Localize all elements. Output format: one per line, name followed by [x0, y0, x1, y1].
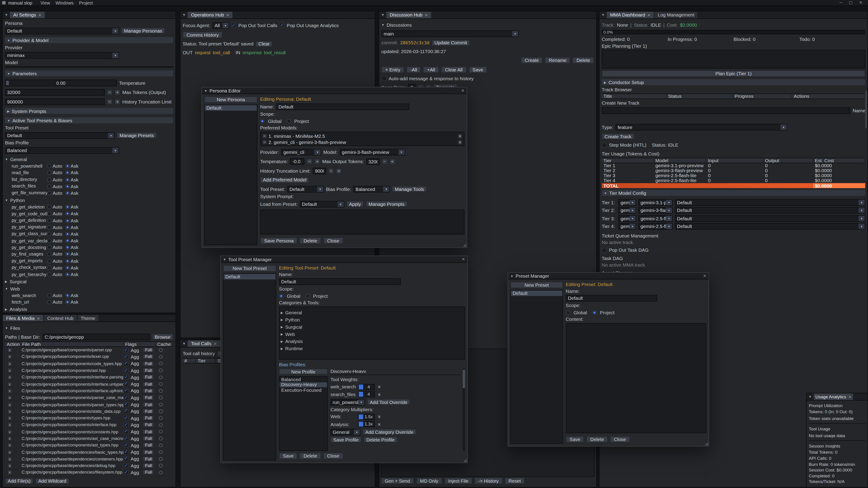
close-persona-button[interactable]: Close: [323, 237, 343, 243]
agg-checkbox[interactable]: ✓: [123, 450, 128, 455]
decrement-button[interactable]: −: [307, 159, 312, 164]
remove-file-button[interactable]: x: [7, 470, 12, 475]
persona-select[interactable]: Default▼: [5, 27, 119, 34]
save-tool-preset-button[interactable]: Save: [279, 452, 298, 459]
remove-file-button[interactable]: x: [7, 450, 12, 455]
close-tab-icon[interactable]: ✕: [37, 316, 40, 320]
ask-radio[interactable]: [65, 265, 70, 270]
tool-group-surgical[interactable]: ▶Surgical: [5, 279, 173, 284]
bias-profile-item[interactable]: Balanced: [280, 377, 327, 382]
close-tab-icon[interactable]: ✕: [425, 13, 428, 17]
menu-windows[interactable]: Windows: [53, 0, 76, 5]
add-wildcard-button[interactable]: Add Wildcard: [35, 478, 69, 484]
ask-radio[interactable]: [65, 205, 70, 209]
composer-button[interactable]: Gen + Send: [381, 477, 414, 484]
epic-planning-textarea[interactable]: [602, 50, 865, 68]
agg-checkbox[interactable]: ✓: [123, 375, 128, 380]
pe-bias-profile-select[interactable]: Balanced▼: [353, 186, 390, 192]
close-preset-button[interactable]: Close: [610, 436, 630, 442]
close-tab-icon[interactable]: ✕: [226, 13, 229, 17]
category-runtime[interactable]: ▶Runtime: [281, 346, 463, 351]
agg-checkbox[interactable]: ✓: [123, 463, 128, 468]
composer-button[interactable]: MD Only: [416, 477, 442, 484]
auto-radio[interactable]: [47, 184, 52, 189]
decrement-button[interactable]: −: [107, 99, 112, 104]
model-option[interactable]: MiniMax-M2.5: [5, 67, 173, 67]
scope-project-radio[interactable]: [287, 119, 291, 123]
full-button[interactable]: Full: [143, 395, 154, 400]
resize-grip[interactable]: [463, 459, 467, 462]
full-button[interactable]: Full: [143, 456, 154, 461]
tier-prompt-select[interactable]: Default▼: [675, 199, 865, 205]
ask-radio[interactable]: [65, 191, 70, 195]
manage-tools-button[interactable]: Manage Tools: [392, 186, 427, 192]
tool-group-web[interactable]: ▼Web: [5, 286, 173, 291]
minimize-icon[interactable]: ─: [839, 0, 842, 5]
pop-out-dag-checkbox[interactable]: [602, 248, 607, 253]
track-name-input[interactable]: [602, 107, 850, 113]
auto-radio[interactable]: [47, 272, 52, 277]
reorder-button[interactable]: −: [262, 140, 267, 144]
full-button[interactable]: Full: [143, 361, 154, 366]
new-profile-button[interactable]: New Profile: [279, 368, 328, 375]
category-multiplier-value[interactable]: 1.3x: [358, 421, 375, 427]
base-dir-input[interactable]: [42, 333, 150, 340]
full-button[interactable]: Full: [143, 416, 154, 420]
pop-out-tool-calls-checkbox[interactable]: ✓: [231, 23, 236, 28]
menu-view[interactable]: View: [38, 0, 53, 5]
tool-group-python[interactable]: ▼Python: [5, 197, 173, 203]
category-analysis[interactable]: ▶Analysis: [281, 339, 463, 344]
agg-checkbox[interactable]: ✓: [123, 443, 128, 448]
delete-profile-button[interactable]: Delete Profile: [364, 436, 397, 443]
ask-radio[interactable]: [65, 238, 70, 243]
auto-radio[interactable]: [47, 177, 52, 182]
full-button[interactable]: Full: [143, 375, 154, 380]
ask-radio[interactable]: [65, 246, 70, 250]
conductor-setup-header[interactable]: ▶Conductor Setup: [602, 79, 865, 85]
chevron-down-icon[interactable]: ▼: [223, 258, 226, 261]
pe-max-tokens-input[interactable]: [366, 158, 379, 164]
increment-button[interactable]: +: [115, 99, 120, 104]
tier-prompt-select[interactable]: Default▼: [675, 223, 865, 230]
full-button[interactable]: Full: [143, 348, 154, 352]
tab-context-hub[interactable]: Context Hub: [44, 315, 77, 321]
pe-temperature-input[interactable]: [290, 158, 305, 164]
ask-radio[interactable]: [65, 232, 70, 236]
remove-override-button[interactable]: x: [377, 422, 381, 426]
manage-prompts-button[interactable]: Manage Prompts: [366, 201, 407, 207]
agg-checkbox[interactable]: ✓: [123, 456, 128, 461]
decrement-button[interactable]: −: [107, 90, 112, 95]
remove-file-button[interactable]: x: [7, 456, 12, 461]
rename-discussion-button[interactable]: Rename: [545, 57, 570, 63]
tool-weight-value[interactable]: 4: [358, 391, 375, 397]
delete-persona-button[interactable]: Delete: [300, 237, 321, 243]
tab-tool-calls[interactable]: Tool Calls ✕: [188, 340, 221, 347]
auto-radio[interactable]: [47, 212, 52, 216]
full-button[interactable]: Full: [143, 388, 154, 393]
tool-group-analysis[interactable]: ▶Analysis: [5, 307, 173, 312]
tier-provider-select[interactable]: gemini▼: [618, 199, 636, 205]
composer-button[interactable]: -> History: [474, 477, 502, 484]
save-preset-button[interactable]: Save: [566, 436, 584, 442]
full-button[interactable]: Full: [143, 463, 154, 468]
full-button[interactable]: Full: [143, 354, 154, 359]
load-from-preset-select[interactable]: Default▼: [300, 201, 344, 207]
clear-status-button[interactable]: Clear: [256, 41, 272, 47]
system-prompt-textarea[interactable]: [260, 210, 465, 234]
remove-override-button[interactable]: x: [377, 392, 381, 396]
collapse-icon[interactable]: ▼: [180, 340, 188, 347]
remove-model-button[interactable]: x: [458, 140, 462, 144]
create-discussion-button[interactable]: Create: [521, 57, 543, 63]
tier-provider-select[interactable]: gemini▼: [618, 223, 636, 230]
add-category-override-button[interactable]: Add Category Override: [363, 429, 416, 435]
pe-history-input[interactable]: [313, 167, 326, 174]
tab-ai-settings[interactable]: AI Settings ✕: [10, 11, 45, 18]
auto-radio[interactable]: [47, 232, 52, 236]
tool-group-general[interactable]: ▼General: [5, 157, 173, 162]
scope-global-radio[interactable]: [279, 293, 283, 298]
agg-checkbox[interactable]: ✓: [123, 354, 128, 359]
tab-mma-dashboard[interactable]: MMA Dashboard ✕: [607, 11, 654, 18]
full-button[interactable]: Full: [143, 368, 154, 373]
ask-radio[interactable]: [65, 300, 70, 304]
auto-radio[interactable]: [47, 191, 52, 195]
